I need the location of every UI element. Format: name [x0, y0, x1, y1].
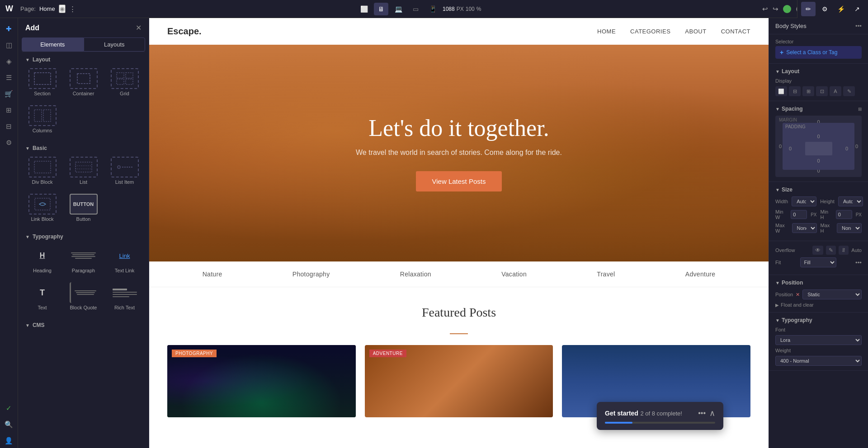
basic-section-header[interactable]: ▼ Basic	[18, 140, 149, 154]
post-card-1[interactable]: PHOTOGRAPHY	[167, 345, 356, 417]
min-h-input[interactable]	[836, 210, 852, 219]
height-input[interactable]: Auto	[838, 196, 863, 206]
min-w-input[interactable]	[791, 210, 807, 219]
typography-section-right-label[interactable]: ▼ Typography	[775, 317, 862, 323]
width-input[interactable]: Auto	[792, 196, 816, 206]
text-link-element[interactable]: Link Text Link	[106, 243, 143, 276]
list-element[interactable]: List	[65, 154, 102, 187]
margin-left-val: 0	[779, 144, 782, 149]
page-eye-icon[interactable]: ◉	[59, 5, 66, 13]
max-w-input[interactable]: None	[792, 223, 817, 233]
settings-left-icon[interactable]: ⚙	[2, 135, 16, 150]
nav-link-about[interactable]: ABOUT	[685, 28, 706, 35]
overflow-scroll-btn[interactable]: ⥯	[839, 246, 849, 255]
div-block-element[interactable]: Div Block	[24, 154, 61, 187]
selector-section: Selector + Select a Class or Tag	[769, 34, 868, 64]
nav-link-home[interactable]: HOME	[597, 28, 616, 35]
device-btn-laptop[interactable]: 💻	[391, 3, 406, 15]
category-photography[interactable]: Photography	[292, 271, 330, 278]
rich-text-element[interactable]: Rich Text	[106, 280, 143, 313]
fit-dropdown[interactable]: Fill	[800, 257, 836, 267]
blockquote-element[interactable]: Block Quote	[65, 280, 102, 313]
position-dropdown[interactable]: Static	[802, 289, 862, 299]
symbols-icon[interactable]: ◈	[2, 54, 16, 69]
assets-icon[interactable]: ⊟	[2, 119, 16, 134]
display-block-btn[interactable]: ⬜	[775, 86, 787, 96]
basic-arrow: ▼	[25, 146, 30, 151]
position-section-label[interactable]: ▼ Position	[775, 280, 862, 286]
position-x-icon: ✕	[796, 292, 800, 298]
pages-icon[interactable]: ⊞	[2, 103, 16, 117]
check-icon[interactable]: ✓	[2, 401, 16, 415]
redo-icon[interactable]: ↪	[773, 5, 778, 13]
layout-section-right-label[interactable]: ▼ Layout	[775, 68, 862, 75]
display-flex-btn[interactable]: ⊟	[789, 86, 801, 96]
more-options-icon[interactable]: ⋮	[69, 5, 76, 13]
fit-more-btn[interactable]: •••	[855, 259, 862, 266]
ecommerce-left-icon[interactable]: 🛒	[2, 87, 16, 101]
link-block-element[interactable]: Link Block	[24, 191, 61, 224]
cms-section-header[interactable]: ▼ CMS	[18, 317, 149, 331]
category-nature[interactable]: Nature	[203, 271, 222, 278]
spacing-arrow: ▼	[775, 107, 780, 112]
category-adventure[interactable]: Adventure	[685, 271, 716, 278]
overflow-eye-btn[interactable]: 👁	[812, 246, 823, 255]
font-label: Font	[775, 327, 785, 332]
size-section-label[interactable]: ▼ Size	[775, 187, 862, 193]
container-element[interactable]: Container	[65, 65, 102, 99]
spacing-section-label[interactable]: ▼ Spacing ⊞	[775, 106, 862, 112]
add-elements-icon[interactable]: ✚	[2, 22, 16, 36]
section-element[interactable]: Section	[24, 65, 61, 99]
device-btn-mobile[interactable]: 📱	[425, 3, 440, 15]
weight-dropdown[interactable]: 400 - Normal	[775, 356, 862, 366]
elements-tab[interactable]: Elements	[22, 37, 84, 51]
overflow-pen-btn[interactable]: ✎	[826, 246, 836, 255]
cms-icon[interactable]: ☰	[2, 70, 16, 85]
blockquote-label: Block Quote	[70, 305, 97, 310]
nav-link-categories[interactable]: CATEGORIES	[630, 28, 670, 35]
button-element[interactable]: BUTTON Button	[65, 191, 102, 224]
hero-cta-button[interactable]: View Latest Posts	[416, 171, 502, 191]
device-btn-desktop[interactable]: 🖥	[374, 3, 388, 15]
navigator-icon[interactable]: ◫	[2, 38, 16, 52]
font-dropdown[interactable]: Lora	[775, 335, 862, 345]
selector-row[interactable]: + Select a Class or Tag	[775, 46, 862, 59]
layout-section-header[interactable]: ▼ Layout	[18, 52, 149, 65]
grid-element[interactable]: Grid	[106, 65, 143, 99]
heading-element[interactable]: H Heading	[24, 243, 61, 276]
category-travel[interactable]: Travel	[597, 271, 615, 278]
post-card-2[interactable]: ADVENTURE	[365, 345, 553, 417]
svg-rect-2	[117, 73, 124, 78]
post-badge-2: ADVENTURE	[369, 350, 406, 357]
display-none-btn[interactable]: A	[830, 86, 841, 96]
undo-icon[interactable]: ↩	[762, 5, 768, 13]
category-vacation[interactable]: Vacation	[501, 271, 527, 278]
device-btn-tablet[interactable]: ▭	[408, 3, 423, 15]
display-inline-btn[interactable]: ⊡	[816, 86, 828, 96]
style-panel-icon[interactable]: ✏	[801, 2, 816, 16]
display-label: Display	[775, 78, 862, 84]
layouts-tab[interactable]: Layouts	[84, 37, 146, 51]
category-relaxation[interactable]: Relaxation	[400, 271, 431, 278]
text-element[interactable]: T Text	[24, 280, 61, 313]
toast-collapse-button[interactable]: ∧	[709, 408, 715, 418]
list-item-element[interactable]: List Item	[106, 154, 143, 187]
float-row[interactable]: ▶ Float and clear	[775, 302, 862, 308]
display-custom-btn[interactable]: ✎	[843, 86, 855, 96]
search-icon[interactable]: 🔍	[2, 417, 16, 432]
paragraph-element[interactable]: Paragraph	[65, 243, 102, 276]
nav-link-contact[interactable]: CONTACT	[721, 28, 750, 35]
max-h-input[interactable]: None	[837, 223, 862, 233]
toast-more-button[interactable]: •••	[698, 409, 706, 417]
settings-panel-icon[interactable]: ⚙	[817, 2, 832, 16]
add-panel-close-button[interactable]: ✕	[136, 23, 142, 32]
users-icon[interactable]: 👤	[2, 434, 16, 448]
interactions-panel-icon[interactable]: ⚡	[834, 2, 848, 16]
spacing-expand-btn[interactable]: ⊞	[858, 107, 862, 112]
export-panel-icon[interactable]: ↗	[850, 2, 864, 16]
typography-section-header[interactable]: ▼ Typography	[18, 229, 149, 243]
device-btn-desktop-large[interactable]: ⬜	[357, 3, 371, 15]
right-panel-more-button[interactable]: •••	[855, 23, 862, 29]
display-grid-btn[interactable]: ⊞	[802, 86, 814, 96]
columns-element[interactable]: Columns	[24, 103, 61, 136]
